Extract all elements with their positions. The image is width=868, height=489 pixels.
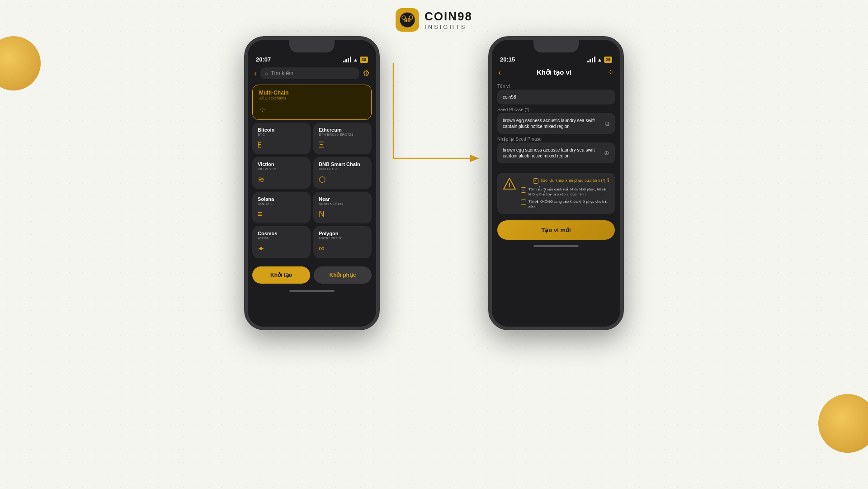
confirm-seed-input[interactable]: brown egg sadness acoustic laundry sea s… bbox=[497, 142, 615, 163]
back-button-2[interactable]: ‹ bbox=[498, 68, 501, 77]
chain-viction-name: Viction bbox=[258, 161, 305, 167]
battery-1: 30 bbox=[360, 57, 368, 63]
warning-row-2: Tôi sẽ KHÔNG cung cấp khóa khôi phục cho… bbox=[521, 199, 609, 209]
signal-icon-2 bbox=[587, 57, 595, 62]
chains-grid: Bitcoin BTC ₿ Ethereum ETH ERC20 ERC721 … bbox=[252, 123, 372, 258]
nav-bar-1: ‹ ⌕ Tìm kiếm ⚙ bbox=[248, 65, 376, 82]
search-placeholder: Tìm kiếm bbox=[271, 70, 293, 76]
page-wrapper: 98 COIN98 INSIGHTS 20:07 bbox=[0, 0, 868, 489]
chain-cosmos[interactable]: Cosmos ATOM ✦ bbox=[252, 226, 311, 258]
seed-phrase-label: Seed Phrase (*) bbox=[497, 107, 615, 112]
seed-phrase-field: Seed Phrase (*) brown egg sadness acoust… bbox=[497, 107, 615, 134]
decoration-circle-right bbox=[818, 394, 868, 453]
brand-name: COIN98 bbox=[425, 9, 472, 24]
logo-icon: 98 bbox=[396, 8, 419, 32]
restore-wallet-button[interactable]: Khởi phục bbox=[314, 266, 372, 284]
search-bar[interactable]: ⌕ Tìm kiếm bbox=[260, 67, 359, 79]
wallet-form: Tên ví coin98 Seed Phrase (*) brown egg … bbox=[492, 80, 620, 218]
create-new-wallet-button[interactable]: Tạo ví mới bbox=[497, 220, 615, 240]
solana-icon: ≡ bbox=[258, 209, 305, 219]
signal-bar-1 bbox=[343, 61, 344, 62]
ethereum-icon: Ξ bbox=[319, 140, 366, 150]
cosmos-icon: ✦ bbox=[258, 244, 305, 254]
header: 98 COIN98 INSIGHTS bbox=[0, 0, 868, 32]
time-1: 20:07 bbox=[256, 56, 271, 63]
chain-list: Multi-Chain All Blockchains ⁘ Bitcoin BT… bbox=[248, 82, 376, 261]
chain-ethereum[interactable]: Ethereum ETH ERC20 ERC721 Ξ bbox=[313, 123, 372, 154]
multichain-icon: ⁘ bbox=[259, 105, 266, 114]
warning-check-2[interactable] bbox=[521, 199, 526, 205]
search-icon: ⌕ bbox=[265, 70, 268, 76]
bottom-buttons: Khởi tạo Khởi phục bbox=[248, 263, 376, 287]
chain-cosmos-name: Cosmos bbox=[258, 231, 305, 236]
chain-bnb[interactable]: BNB Smart Chain BNB BEP20 ⬡ bbox=[313, 157, 372, 189]
chain-bitcoin[interactable]: Bitcoin BTC ₿ bbox=[252, 123, 311, 154]
chain-near[interactable]: Near NEAR NEP141 N bbox=[313, 192, 372, 223]
confirm-seed-label: Nhập lại Seed Phrase bbox=[497, 137, 615, 142]
save-row: Sao lưu khóa khôi phục của bạn (*) ℹ bbox=[521, 177, 609, 184]
paste-seed-icon[interactable]: ⊕ bbox=[604, 149, 609, 157]
chain-bitcoin-name: Bitcoin bbox=[258, 127, 305, 133]
phones-area: 20:07 ▲ 30 bbox=[0, 36, 868, 330]
signal-icon bbox=[343, 57, 351, 62]
back-button-1[interactable]: ‹ bbox=[254, 69, 257, 78]
bitcoin-icon: ₿ bbox=[258, 140, 305, 150]
wallet-nav: ‹ Khởi tạo ví ⁘ bbox=[492, 65, 620, 80]
wallet-name-value: coin98 bbox=[503, 94, 609, 100]
phone-1: 20:07 ▲ 30 bbox=[244, 36, 380, 330]
wallet-name-field: Tên ví coin98 bbox=[497, 84, 615, 104]
chain-polygon-name: Polygon bbox=[319, 231, 366, 236]
bnb-icon: ⬡ bbox=[319, 175, 366, 185]
battery-2: 28 bbox=[604, 57, 612, 63]
chain-viction[interactable]: Viction VIC VRC25 ≋ bbox=[252, 157, 311, 189]
warning-row-1: Tôi hiểu rõ nếu danh mất khóa khôi phục,… bbox=[521, 187, 609, 197]
svg-text:!: ! bbox=[509, 181, 511, 189]
save-checkbox[interactable] bbox=[533, 178, 538, 184]
confirm-seed-value: brown egg sadness acoustic laundry sea s… bbox=[503, 147, 601, 159]
featured-chain-name: Multi-Chain bbox=[259, 90, 365, 96]
status-icons-1: ▲ 30 bbox=[343, 57, 368, 63]
chain-near-name: Near bbox=[319, 196, 366, 202]
status-icons-2: ▲ 28 bbox=[587, 57, 612, 63]
settings-button[interactable]: ⚙ bbox=[363, 68, 370, 78]
chain-near-sub: NEAR NEP141 bbox=[319, 202, 366, 206]
info-icon[interactable]: ℹ bbox=[607, 177, 609, 184]
chain-solana-name: Solana bbox=[258, 196, 305, 202]
seed-phrase-value: brown egg sadness acoustic laundry sea s… bbox=[503, 118, 602, 129]
chain-bnb-sub: BNB BEP20 bbox=[319, 167, 366, 171]
warning-section: ! Sao lưu khóa khôi phục của bạn (*) ℹ bbox=[497, 173, 615, 214]
warning-check-1[interactable] bbox=[521, 187, 526, 193]
chain-viction-sub: VIC VRC25 bbox=[258, 167, 305, 171]
featured-chain-icon-area: ⁘ bbox=[259, 105, 365, 115]
brand-tagline: INSIGHTS bbox=[425, 24, 472, 30]
create-wallet-button[interactable]: Khởi tạo bbox=[252, 266, 310, 284]
arrow-area bbox=[384, 36, 484, 181]
seed-phrase-input[interactable]: brown egg sadness acoustic laundry sea s… bbox=[497, 113, 615, 134]
phone-2: 20:15 ▲ 28 bbox=[488, 36, 624, 330]
chain-ethereum-name: Ethereum bbox=[319, 127, 366, 133]
warning-checks: Sao lưu khóa khôi phục của bạn (*) ℹ Tôi… bbox=[521, 177, 609, 209]
featured-chain-sub: All Blockchains bbox=[259, 96, 365, 100]
wallet-settings-button[interactable]: ⁘ bbox=[607, 67, 614, 77]
wallet-name-input[interactable]: coin98 bbox=[497, 90, 615, 104]
copy-seed-icon[interactable]: ⧉ bbox=[605, 120, 609, 128]
svg-text:98: 98 bbox=[404, 17, 410, 24]
chain-bitcoin-sub: BTC bbox=[258, 133, 305, 137]
near-icon: N bbox=[319, 209, 366, 219]
warning-icon: ! bbox=[503, 177, 516, 192]
confirm-seed-phrase-field: Nhập lại Seed Phrase brown egg sadness a… bbox=[497, 137, 615, 163]
home-indicator-1 bbox=[289, 290, 335, 292]
wifi-icon: ▲ bbox=[353, 57, 358, 62]
chain-ethereum-sub: ETH ERC20 ERC721 bbox=[319, 133, 366, 137]
warning-text-1: Tôi hiểu rõ nếu danh mất khóa khôi phục,… bbox=[528, 187, 609, 197]
chain-solana[interactable]: Solana SOL SPL ≡ bbox=[252, 192, 311, 223]
section-divider bbox=[497, 168, 615, 168]
viction-icon: ≋ bbox=[258, 175, 305, 185]
signal-bar-3 bbox=[348, 58, 349, 62]
featured-chain[interactable]: Multi-Chain All Blockchains ⁘ bbox=[252, 85, 372, 120]
chain-solana-sub: SOL SPL bbox=[258, 202, 305, 206]
wifi-icon-2: ▲ bbox=[597, 57, 602, 62]
polygon-icon: ∞ bbox=[319, 244, 366, 253]
chain-polygon[interactable]: Polygon MATIC PRC20 ∞ bbox=[313, 226, 372, 258]
warning-text-2: Tôi sẽ KHÔNG cung cấp khóa khôi phục cho… bbox=[528, 199, 609, 209]
